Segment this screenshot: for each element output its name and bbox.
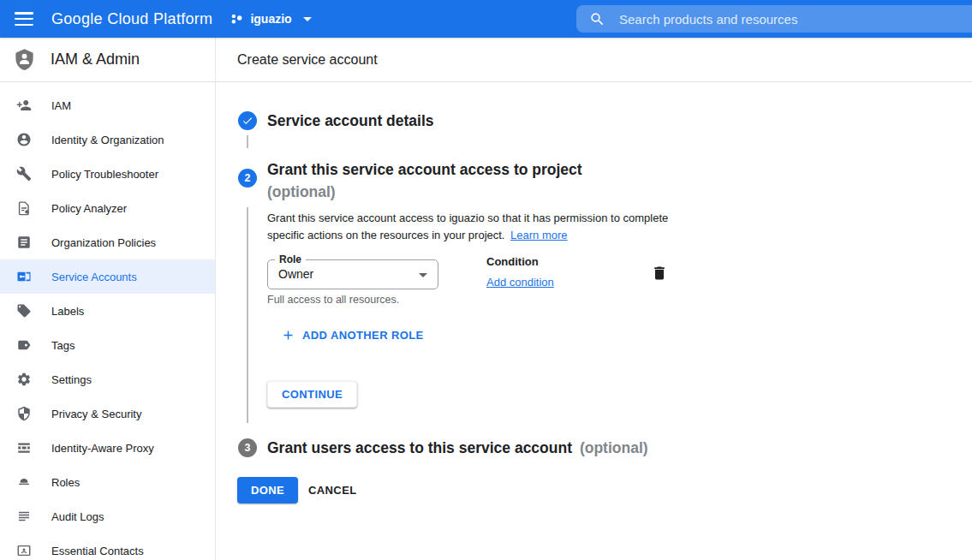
search-input[interactable]: [617, 11, 902, 27]
wrench-icon: [15, 165, 33, 182]
tag-icon: [15, 337, 33, 354]
step3-optional-label: (optional): [580, 439, 648, 456]
sidebar-item-policy-troubleshooter[interactable]: Policy Troubleshooter: [0, 157, 215, 191]
step3-title-text: Grant users access to this service accou…: [267, 439, 572, 456]
delete-role-button[interactable]: [650, 264, 669, 283]
chevron-down-icon: [419, 273, 427, 277]
gcp-console-window: Google Cloud Platform iguazio IAM: [0, 0, 972, 560]
sidebar-item-label: Policy Troubleshooter: [51, 168, 158, 181]
step2-number: 2: [245, 172, 251, 184]
page-title: Create service account: [237, 52, 378, 68]
shield-icon: [15, 405, 33, 422]
search-icon: [589, 11, 605, 27]
gear-icon: [15, 371, 33, 388]
role-selected-value: Owner: [278, 260, 313, 289]
sidebar-item-settings[interactable]: Settings: [0, 362, 215, 396]
sidebar-item-label: Audit Logs: [51, 510, 104, 523]
project-name: iguazio: [250, 12, 291, 26]
sidebar-item-label: Privacy & Security: [51, 408, 141, 420]
sidebar-item-label: Policy Analyzer: [51, 202, 127, 215]
continue-button[interactable]: CONTINUE: [267, 381, 357, 408]
step3-number: 3: [245, 442, 251, 454]
add-another-role-button[interactable]: ADD ANOTHER ROLE: [276, 325, 429, 346]
sidebar-item-label: Identity-Aware Proxy: [51, 442, 154, 455]
sidebar-item-tags[interactable]: Tags: [0, 328, 215, 362]
step-connector-line: [247, 135, 248, 148]
trash-icon: [651, 265, 668, 282]
step2-optional-label: (optional): [267, 181, 582, 203]
sidebar-item-identity-organization[interactable]: Identity & Organization: [0, 122, 215, 157]
sidebar-item-label: Essential Contacts: [51, 545, 144, 557]
contact-card-icon: [15, 542, 33, 559]
service-account-badge-icon: [15, 268, 33, 285]
sidebar-item-label: Roles: [51, 476, 80, 489]
article-icon: [15, 234, 33, 251]
add-condition-link[interactable]: Add condition: [486, 276, 554, 289]
sidebar-item-iam[interactable]: IAM: [0, 88, 215, 122]
project-switcher[interactable]: iguazio: [230, 12, 311, 27]
document-gear-icon: [15, 200, 33, 217]
cancel-button[interactable]: CANCEL: [301, 477, 364, 503]
layers-icon: [15, 439, 33, 456]
hat-icon: [15, 474, 33, 491]
sidebar-item-essential-contacts[interactable]: Essential Contacts: [0, 533, 215, 560]
project-dots-icon: [230, 12, 244, 27]
sidebar-item-audit-logs[interactable]: Audit Logs: [0, 499, 215, 533]
sidebar-item-label: Organization Policies: [51, 236, 156, 249]
step2-description-line1: Grant this service account access to igu…: [267, 210, 668, 227]
sidebar-item-label: Tags: [51, 339, 75, 352]
learn-more-link[interactable]: Learn more: [510, 229, 567, 241]
step1-completed-icon: [238, 111, 257, 130]
label-tag-icon: [15, 302, 33, 319]
done-button[interactable]: DONE: [237, 477, 298, 503]
sidebar-item-roles[interactable]: Roles: [0, 465, 215, 499]
add-another-role-label: ADD ANOTHER ROLE: [302, 329, 424, 342]
sidebar-item-label: Service Accounts: [51, 271, 137, 283]
sidebar-item-identity-aware-proxy[interactable]: Identity-Aware Proxy: [0, 431, 215, 465]
step2-description-line2: specific actions on the resources in you…: [267, 229, 504, 241]
list-lines-icon: [15, 508, 33, 525]
role-helper-text: Full access to all resources.: [267, 294, 399, 306]
sidebar-item-label: Settings: [51, 373, 92, 386]
sidebar-nav: IAM Identity & Organization Policy Troub…: [0, 82, 216, 560]
sidebar-item-policy-analyzer[interactable]: Policy Analyzer: [0, 191, 215, 225]
search-bar[interactable]: [576, 5, 972, 33]
sidebar-item-labels[interactable]: Labels: [0, 294, 215, 328]
step2-description: Grant this service account access to igu…: [267, 210, 668, 244]
step2-title-text: Grant this service account access to pro…: [267, 158, 582, 181]
check-icon: [242, 115, 253, 127]
step1-title[interactable]: Service account details: [267, 111, 434, 130]
product-title: IAM & Admin: [51, 51, 140, 69]
create-service-account-wizard: Service account details 2 Grant this ser…: [216, 82, 972, 560]
person-circle-icon: [15, 131, 33, 148]
hamburger-menu-icon[interactable]: [15, 12, 33, 26]
sidebar-item-service-accounts[interactable]: Service Accounts: [0, 259, 215, 294]
sidebar-item-label: Identity & Organization: [51, 134, 164, 146]
step3-number-badge: 3: [238, 438, 257, 457]
role-select[interactable]: Role Owner: [267, 259, 438, 289]
product-header: IAM & Admin: [0, 38, 216, 81]
step2-title: Grant this service account access to pro…: [267, 158, 582, 203]
step-connector-line: [247, 207, 248, 423]
sidebar-item-privacy-security[interactable]: Privacy & Security: [0, 396, 215, 431]
shield-person-icon: [13, 48, 36, 71]
sidebar-item-label: IAM: [51, 99, 71, 112]
plus-icon: [281, 328, 295, 343]
gcp-logo: Google Cloud Platform: [51, 10, 212, 28]
step3-title[interactable]: Grant users access to this service accou…: [267, 438, 648, 457]
sidebar-item-organization-policies[interactable]: Organization Policies: [0, 225, 215, 259]
chevron-down-icon: [303, 17, 312, 21]
condition-label: Condition: [486, 255, 539, 268]
person-add-icon: [15, 97, 33, 114]
page-header: IAM & Admin Create service account: [0, 38, 972, 82]
step2-number-badge: 2: [238, 169, 257, 188]
sidebar-item-label: Labels: [51, 305, 84, 318]
top-app-bar: Google Cloud Platform iguazio: [0, 0, 972, 38]
